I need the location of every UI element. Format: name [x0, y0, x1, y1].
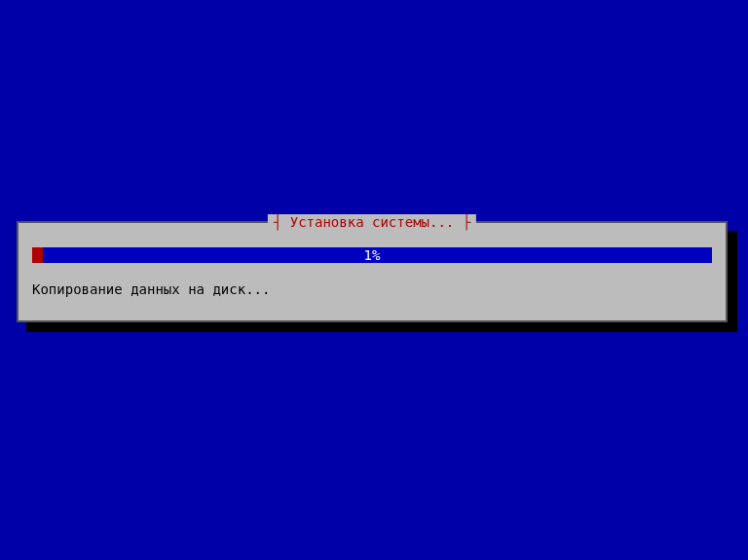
dialog-title: ┤ Установка системы... ├ — [268, 214, 476, 230]
install-dialog: ┤ Установка системы... ├ 1% Копирование … — [17, 221, 728, 322]
progress-label: 1% — [32, 247, 712, 263]
progress-bar: 1% — [32, 247, 712, 263]
dialog-title-text: Установка системы... — [290, 214, 455, 230]
status-text: Копирование данных на диск... — [32, 281, 270, 297]
